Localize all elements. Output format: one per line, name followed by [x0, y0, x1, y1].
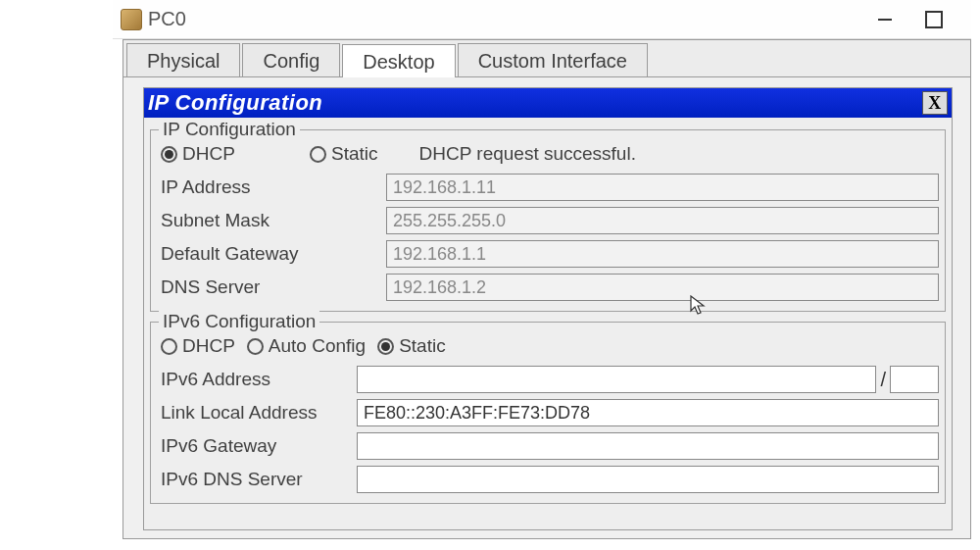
tab-physical[interactable]: Physical — [126, 43, 240, 76]
radio-selected-icon — [161, 146, 177, 163]
minimize-button[interactable] — [875, 10, 895, 29]
ipv6-static-label: Static — [399, 335, 446, 357]
app-icon — [121, 9, 142, 30]
ipv6-dns-label: IPv6 DNS Server — [161, 469, 357, 490]
ipv4-static-radio[interactable]: Static — [310, 143, 378, 165]
ipv6-auto-radio[interactable]: Auto Config — [247, 335, 366, 357]
tab-config[interactable]: Config — [242, 43, 340, 76]
main-window: Physical Config Desktop Custom Interface… — [122, 39, 971, 539]
ipv6-dns-input[interactable] — [357, 466, 939, 493]
ipv4-dhcp-radio[interactable]: DHCP — [161, 143, 298, 165]
prefix-slash: / — [880, 369, 886, 391]
panel-close-button[interactable]: X — [922, 91, 948, 115]
radio-unselected-icon — [161, 338, 177, 355]
tab-desktop[interactable]: Desktop — [342, 44, 455, 77]
ipv6-address-input[interactable] — [357, 366, 876, 393]
ipv6-prefix-input[interactable] — [890, 366, 939, 393]
link-local-label: Link Local Address — [161, 402, 357, 424]
ipv6-static-radio[interactable]: Static — [377, 335, 446, 357]
ipv4-static-label: Static — [331, 143, 378, 165]
ipv6-address-label: IPv6 Address — [161, 369, 357, 390]
window-controls — [875, 10, 944, 29]
panel-title: IP Configuration — [148, 90, 922, 116]
radio-unselected-icon — [310, 146, 326, 163]
ipv4-dhcp-label: DHCP — [182, 143, 235, 165]
subnet-mask-label: Subnet Mask — [161, 210, 386, 231]
subnet-mask-input[interactable] — [386, 207, 939, 234]
window-title: PC0 — [148, 8, 875, 30]
ipv6-fieldset: IPv6 Configuration DHCP Auto Config Stat… — [150, 322, 946, 504]
ipv6-gateway-label: IPv6 Gateway — [161, 435, 357, 457]
ip-address-label: IP Address — [161, 176, 386, 198]
radio-unselected-icon — [247, 338, 264, 355]
tab-bar: Physical Config Desktop Custom Interface — [123, 40, 970, 77]
radio-selected-icon — [377, 338, 394, 355]
ipv4-fieldset: IP Configuration DHCP Static DHCP reques… — [150, 129, 946, 312]
ip-address-input[interactable] — [386, 174, 939, 201]
ip-config-panel: IP Configuration X IP Configuration DHCP… — [143, 87, 953, 530]
default-gateway-input[interactable] — [386, 240, 939, 268]
ipv4-legend: IP Configuration — [159, 119, 300, 140]
tab-custom-interface[interactable]: Custom Interface — [458, 43, 648, 76]
link-local-input[interactable] — [357, 399, 939, 426]
default-gateway-label: Default Gateway — [161, 243, 386, 265]
dhcp-status-text: DHCP request successful. — [419, 143, 636, 165]
maximize-button[interactable] — [924, 10, 944, 29]
ipv6-legend: IPv6 Configuration — [159, 311, 319, 332]
ipv6-mode-row: DHCP Auto Config Static — [161, 330, 939, 362]
ipv6-auto-label: Auto Config — [269, 335, 366, 357]
ipv6-gateway-input[interactable] — [357, 432, 939, 460]
ipv4-mode-row: DHCP Static DHCP request successful. — [161, 138, 939, 170]
window-titlebar: PC0 — [113, 0, 971, 39]
ipv6-dhcp-radio[interactable]: DHCP — [161, 335, 235, 357]
panel-header: IP Configuration X — [144, 88, 952, 118]
dns-server-label: DNS Server — [161, 276, 386, 298]
dns-server-input[interactable] — [386, 274, 939, 301]
ipv6-dhcp-label: DHCP — [182, 335, 235, 357]
